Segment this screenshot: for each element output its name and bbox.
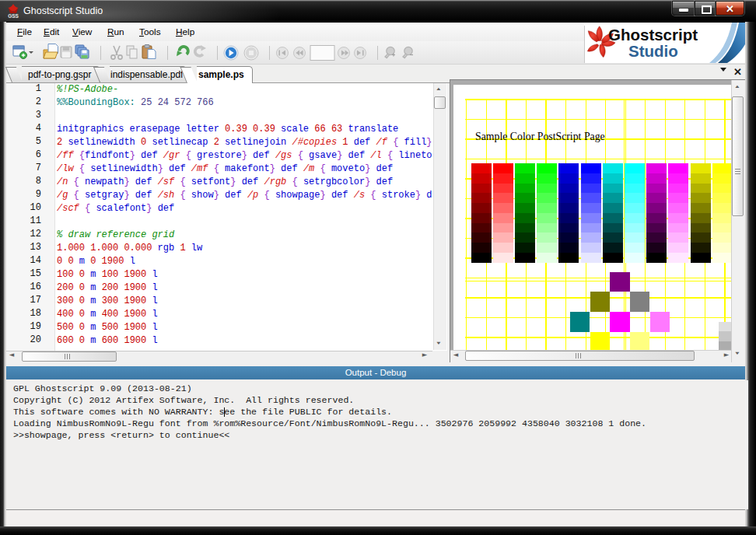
svg-text:Studio: Studio	[628, 42, 678, 60]
svg-text:GSS: GSS	[8, 13, 19, 19]
svg-text:Ghostscript: Ghostscript	[608, 26, 698, 44]
